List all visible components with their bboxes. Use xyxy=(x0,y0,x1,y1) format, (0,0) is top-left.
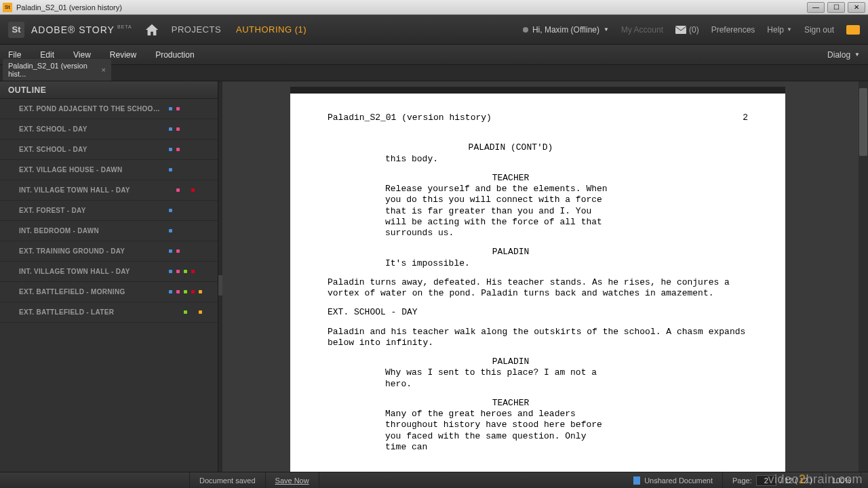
outline-item[interactable]: EXT. TRAINING GROUND - DAY xyxy=(0,241,218,262)
element-type-dropdown[interactable]: Dialog▼ xyxy=(827,50,860,60)
action-block: Paladin turns away, defeated. His teache… xyxy=(328,277,748,300)
outline-item[interactable]: EXT. BATTLEFIELD - LATER xyxy=(0,302,218,323)
share-status: Unshared Document xyxy=(644,476,713,485)
page-header-title: Paladin_S2_01 (version history) xyxy=(328,113,492,123)
signout-link[interactable]: Sign out xyxy=(804,25,834,35)
menu-edit[interactable]: Edit xyxy=(40,50,54,60)
window-titlebar: St Paladin_S2_01 (version history) — ☐ ✕ xyxy=(0,0,868,15)
outline-item[interactable]: INT. VILLAGE TOWN HALL - DAY xyxy=(0,180,218,201)
help-dropdown[interactable]: Help ▼ xyxy=(767,25,792,35)
offline-status-icon xyxy=(523,27,528,33)
editor-area: Paladin_S2_01 (version history) 2 PALADI… xyxy=(222,81,868,488)
outline-item-label: EXT. FOREST - DAY xyxy=(19,207,163,214)
character-cue: PALADIN xyxy=(416,247,606,258)
action-block: Paladin and his teacher walk along the o… xyxy=(328,327,748,349)
save-now-link[interactable]: Save Now xyxy=(275,476,309,485)
app-icon: St xyxy=(3,3,12,12)
scrollbar-vertical[interactable] xyxy=(859,81,868,477)
envelope-icon xyxy=(675,26,686,34)
outline-item-label: EXT. SCHOOL - DAY xyxy=(19,125,163,133)
page-number: 2 xyxy=(743,113,748,123)
dialogue-block: this body. xyxy=(385,154,609,165)
tag-dots xyxy=(169,168,210,171)
maximize-button[interactable]: ☐ xyxy=(827,2,845,13)
outline-panel: OUTLINE EXT. POND ADJACENT TO THE SCHOOL… xyxy=(0,81,218,488)
tag-dots xyxy=(169,209,210,212)
close-button[interactable]: ✕ xyxy=(848,2,865,13)
outline-item-label: EXT. TRAINING GROUND - DAY xyxy=(19,247,163,255)
home-icon[interactable] xyxy=(144,22,159,37)
caret-down-icon: ▼ xyxy=(604,26,609,33)
tag-dots xyxy=(169,107,210,110)
my-account-link[interactable]: My Account xyxy=(621,25,663,35)
document-tab[interactable]: Paladin_S2_01 (version hist... × xyxy=(3,59,111,81)
outline-item[interactable]: EXT. POND ADJACENT TO THE SCHOOL - ... xyxy=(0,99,218,119)
status-saved: Document saved xyxy=(190,472,266,488)
outline-item[interactable]: INT. BEDROOM - DAWN xyxy=(0,221,218,241)
tab-label: Paladin_S2_01 (version hist... xyxy=(8,62,98,78)
scene-heading: EXT. SCHOOL - DAY xyxy=(328,307,748,318)
outline-item[interactable]: EXT. SCHOOL - DAY xyxy=(0,140,218,160)
menu-review[interactable]: Review xyxy=(110,50,136,60)
character-cue: TEACHER xyxy=(416,173,606,184)
page-total: / 12 ( 12 ) xyxy=(781,476,812,485)
outline-item-label: EXT. BATTLEFIELD - MORNING xyxy=(19,288,163,296)
script-page[interactable]: Paladin_S2_01 (version history) 2 PALADI… xyxy=(290,94,785,474)
tag-dots xyxy=(169,188,210,192)
outline-item[interactable]: EXT. FOREST - DAY xyxy=(0,201,218,221)
tab-close-icon[interactable]: × xyxy=(102,66,106,74)
tag-dots xyxy=(169,310,210,314)
brand-label: ADOBE® STORYBETA xyxy=(31,24,132,35)
dialogue-block: Release yourself and be the elements. Wh… xyxy=(385,184,609,239)
nav-authoring[interactable]: AUTHORING (1) xyxy=(236,24,307,35)
messages-button[interactable]: (0) xyxy=(675,25,699,35)
minimize-button[interactable]: — xyxy=(807,2,825,13)
outline-item-label: EXT. VILLAGE HOUSE - DAWN xyxy=(19,166,163,174)
document-icon xyxy=(633,476,640,485)
zoom-level[interactable]: 100% xyxy=(823,472,861,488)
window-title: Paladin_S2_01 (version history) xyxy=(16,3,807,12)
character-cue: TEACHER xyxy=(416,398,606,409)
dialogue-block: Why was I sent to this place? I am not a… xyxy=(385,367,609,390)
outline-item-label: INT. VILLAGE TOWN HALL - DAY xyxy=(19,268,163,275)
tag-dots xyxy=(169,290,210,293)
outline-item[interactable]: EXT. BATTLEFIELD - MORNING xyxy=(0,282,218,302)
menu-file[interactable]: File xyxy=(8,50,21,60)
outline-header: OUTLINE xyxy=(0,81,218,99)
outline-item[interactable]: EXT. SCHOOL - DAY xyxy=(0,119,218,140)
preferences-link[interactable]: Preferences xyxy=(711,25,755,35)
menu-view[interactable]: View xyxy=(73,50,91,60)
menu-production[interactable]: Production xyxy=(155,50,194,60)
tag-dots xyxy=(169,127,210,131)
nav-projects[interactable]: PROJECTS xyxy=(172,24,221,35)
dialogue-block: Many of the great heroes and leaders thr… xyxy=(385,409,609,453)
tag-dots xyxy=(169,270,210,273)
outline-item[interactable]: EXT. VILLAGE HOUSE - DAWN xyxy=(0,160,218,180)
app-header: St ADOBE® STORYBETA PROJECTS AUTHORING (… xyxy=(0,15,868,45)
tag-dots xyxy=(169,148,210,151)
outline-item-label: INT. VILLAGE TOWN HALL - DAY xyxy=(19,186,163,194)
document-tabs: Paladin_S2_01 (version hist... × xyxy=(0,65,868,81)
tag-dots xyxy=(169,249,210,253)
statusbar: Document saved Save Now Unshared Documen… xyxy=(0,472,868,488)
outline-item[interactable]: INT. VILLAGE TOWN HALL - DAY xyxy=(0,262,218,282)
svg-rect-0 xyxy=(675,26,686,34)
page-input[interactable] xyxy=(756,475,776,486)
dialogue-block: It's impossible. xyxy=(385,258,609,269)
outline-item-label: EXT. POND ADJACENT TO THE SCHOOL - ... xyxy=(19,105,163,113)
user-status-dropdown[interactable]: Hi, Maxim (Offline) ▼ xyxy=(523,25,609,35)
logo-icon: St xyxy=(8,22,24,38)
page-label: Page: xyxy=(732,476,752,485)
outline-item-label: EXT. SCHOOL - DAY xyxy=(19,146,163,153)
tag-dots xyxy=(169,229,210,232)
notification-icon[interactable] xyxy=(846,25,860,35)
outline-item-label: INT. BEDROOM - DAWN xyxy=(19,227,163,235)
outline-list: EXT. POND ADJACENT TO THE SCHOOL - ...EX… xyxy=(0,99,218,488)
character-cue: PALADIN xyxy=(416,357,606,367)
script-viewport[interactable]: Paladin_S2_01 (version history) 2 PALADI… xyxy=(222,81,868,488)
character-cue: PALADIN (CONT'D) xyxy=(416,142,606,153)
menubar: File Edit View Review Production Dialog▼ xyxy=(0,45,868,65)
outline-item-label: EXT. BATTLEFIELD - LATER xyxy=(19,308,163,316)
